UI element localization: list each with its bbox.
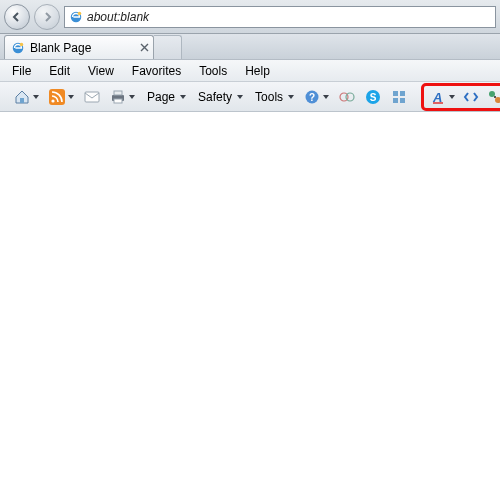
svg-rect-19 <box>393 98 398 103</box>
code-icon <box>463 89 479 105</box>
chevron-down-icon <box>237 95 243 99</box>
home-icon <box>14 89 30 105</box>
back-button[interactable] <box>4 4 30 30</box>
menu-tools[interactable]: Tools <box>191 62 235 80</box>
menu-view[interactable]: View <box>80 62 122 80</box>
grid-icon <box>391 89 407 105</box>
ie-icon <box>11 41 25 55</box>
circles-icon <box>339 89 355 105</box>
wrench-gear-icon <box>487 89 500 105</box>
svg-rect-18 <box>400 91 405 96</box>
arrow-left-icon <box>11 11 23 23</box>
chevron-down-icon <box>33 95 39 99</box>
svg-text:?: ? <box>309 92 315 103</box>
read-mail-button[interactable] <box>80 85 104 109</box>
arrow-right-icon <box>41 11 53 23</box>
page-label: Page <box>145 90 177 104</box>
skype-button[interactable]: S <box>361 85 385 109</box>
printer-icon <box>110 89 126 105</box>
menu-edit[interactable]: Edit <box>41 62 78 80</box>
navigation-bar <box>0 0 500 34</box>
menu-bar: File Edit View Favorites Tools Help <box>0 60 500 82</box>
mail-icon <box>84 89 100 105</box>
feeds-button[interactable] <box>45 85 78 109</box>
svg-rect-9 <box>114 91 122 95</box>
svg-rect-20 <box>400 98 405 103</box>
page-content <box>0 112 500 500</box>
menu-file[interactable]: File <box>4 62 39 80</box>
tools-label: Tools <box>253 90 285 104</box>
close-icon <box>140 43 149 52</box>
dev-tools-button[interactable] <box>483 85 500 109</box>
chevron-down-icon <box>449 95 455 99</box>
chevron-down-icon <box>68 95 74 99</box>
extension-button-2[interactable] <box>387 85 411 109</box>
safety-menu-button[interactable]: Safety <box>192 85 247 109</box>
svg-rect-10 <box>114 99 122 103</box>
svg-point-14 <box>346 93 354 101</box>
ie-icon <box>69 10 83 24</box>
address-input[interactable] <box>87 10 491 24</box>
text-style-icon: A <box>430 89 446 105</box>
home-button[interactable] <box>10 85 43 109</box>
chevron-down-icon <box>323 95 329 99</box>
tools-menu-button[interactable]: Tools <box>249 85 298 109</box>
new-tab-button[interactable] <box>154 35 182 59</box>
safety-label: Safety <box>196 90 234 104</box>
skype-icon: S <box>365 89 381 105</box>
svg-point-6 <box>51 99 54 102</box>
tab-close-button[interactable] <box>140 43 149 52</box>
svg-point-1 <box>78 11 82 15</box>
svg-rect-5 <box>49 89 65 105</box>
svg-text:S: S <box>370 92 377 103</box>
menu-favorites[interactable]: Favorites <box>124 62 189 80</box>
tab-title: Blank Page <box>30 41 147 55</box>
text-size-button[interactable]: A <box>426 85 459 109</box>
svg-rect-7 <box>85 92 99 102</box>
command-bar: Page Safety Tools ? S A <box>0 82 500 112</box>
extension-button-1[interactable] <box>335 85 359 109</box>
tab-strip: Blank Page <box>0 34 500 60</box>
page-menu-button[interactable]: Page <box>141 85 190 109</box>
menu-help[interactable]: Help <box>237 62 278 80</box>
tab-active[interactable]: Blank Page <box>4 35 154 59</box>
svg-rect-24 <box>494 96 496 98</box>
address-bar[interactable] <box>64 6 496 28</box>
chevron-down-icon <box>129 95 135 99</box>
rss-icon <box>49 89 65 105</box>
svg-rect-17 <box>393 91 398 96</box>
help-icon: ? <box>304 89 320 105</box>
chevron-down-icon <box>180 95 186 99</box>
forward-button[interactable] <box>34 4 60 30</box>
view-source-button[interactable] <box>459 85 483 109</box>
svg-rect-4 <box>20 98 24 103</box>
print-button[interactable] <box>106 85 139 109</box>
chevron-down-icon <box>288 95 294 99</box>
highlighted-tools: A <box>421 83 500 111</box>
help-button[interactable]: ? <box>300 85 333 109</box>
svg-point-3 <box>20 42 24 46</box>
